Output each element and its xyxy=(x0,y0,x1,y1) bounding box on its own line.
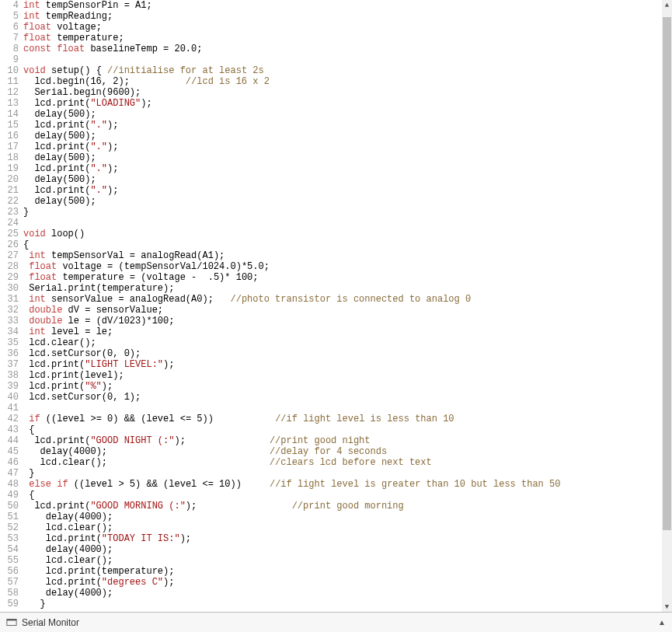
line-number: 52 xyxy=(0,522,19,533)
line-number: 40 xyxy=(0,392,19,403)
line-number: 58 xyxy=(0,588,19,599)
code-line[interactable]: lcd.print("GOOD NIGHT (:"); //print good… xyxy=(23,435,672,446)
line-number: 16 xyxy=(0,131,19,141)
line-number: 14 xyxy=(0,109,19,120)
code-line[interactable]: { xyxy=(23,239,672,250)
code-line[interactable]: { xyxy=(23,424,672,435)
code-line[interactable] xyxy=(23,218,672,229)
code-line[interactable]: delay(4000); //delay for 4 seconds xyxy=(23,446,672,457)
code-line[interactable]: lcd.print("."); xyxy=(23,141,672,152)
line-number: 43 xyxy=(0,424,19,435)
line-number: 23 xyxy=(0,207,19,218)
code-line[interactable]: float voltage = (tempSensorVal/1024.0)*5… xyxy=(23,261,672,272)
code-line[interactable] xyxy=(23,403,672,414)
code-line[interactable]: int tempSensorPin = A1; xyxy=(23,0,672,11)
scroll-down-icon[interactable]: ▼ xyxy=(662,602,672,612)
code-line[interactable]: delay(4000); xyxy=(23,512,672,522)
line-number: 8 xyxy=(0,44,19,54)
code-line[interactable]: lcd.clear(); xyxy=(23,337,672,348)
line-number: 5 xyxy=(0,11,19,22)
line-number: 56 xyxy=(0,566,19,577)
code-line[interactable]: lcd.begin(16, 2); //lcd is 16 x 2 xyxy=(23,76,672,87)
line-number: 32 xyxy=(0,305,19,316)
line-number: 57 xyxy=(0,577,19,588)
line-number: 13 xyxy=(0,98,19,109)
code-line[interactable]: lcd.print("TODAY IT IS:"); xyxy=(23,533,672,544)
line-number: 45 xyxy=(0,446,19,457)
code-line[interactable]: lcd.print("degrees C"); xyxy=(23,577,672,588)
code-editor[interactable]: 4567891011121314151617181920212223242526… xyxy=(0,0,672,612)
line-number: 36 xyxy=(0,348,19,359)
code-line[interactable]: lcd.print("LOADING"); xyxy=(23,98,672,109)
line-number: 55 xyxy=(0,555,19,566)
line-number: 50 xyxy=(0,501,19,512)
code-line[interactable]: lcd.print("%"); xyxy=(23,381,672,392)
code-line[interactable]: float voltage; xyxy=(23,22,672,33)
code-line[interactable]: delay(4000); xyxy=(23,544,672,555)
line-number: 4 xyxy=(0,0,19,11)
code-line[interactable]: int sensorValue = analogRead(A0); //phot… xyxy=(23,294,672,305)
line-number-gutter: 4567891011121314151617181920212223242526… xyxy=(0,0,23,612)
code-line[interactable]: lcd.print(temperature); xyxy=(23,566,672,577)
code-line[interactable]: { xyxy=(23,490,672,501)
line-number: 21 xyxy=(0,185,19,196)
code-line[interactable]: lcd.clear(); //clears lcd before next te… xyxy=(23,457,672,468)
line-number: 34 xyxy=(0,326,19,337)
code-line[interactable]: lcd.print(level); xyxy=(23,370,672,381)
vertical-scrollbar[interactable]: ▲ ▼ xyxy=(662,0,672,612)
line-number: 17 xyxy=(0,141,19,152)
code-line[interactable]: Serial.print(temperature); xyxy=(23,283,672,294)
code-line[interactable]: lcd.print("."); xyxy=(23,185,672,196)
code-line[interactable]: delay(4000); xyxy=(23,588,672,599)
code-line[interactable]: delay(500); xyxy=(23,152,672,163)
line-number: 49 xyxy=(0,490,19,501)
code-line[interactable]: float temperature; xyxy=(23,33,672,44)
code-line[interactable]: } xyxy=(23,599,672,609)
code-line[interactable]: void loop() xyxy=(23,229,672,239)
line-number: 20 xyxy=(0,174,19,185)
code-line[interactable]: delay(500); xyxy=(23,109,672,120)
line-number: 11 xyxy=(0,76,19,87)
panel-collapse-icon[interactable]: ▲ xyxy=(658,618,666,627)
code-line[interactable]: } xyxy=(23,468,672,479)
bottom-panel-bar[interactable]: Serial Monitor ▲ xyxy=(0,612,672,632)
code-line[interactable]: void setup() { //initialise for at least… xyxy=(23,65,672,76)
line-number: 12 xyxy=(0,87,19,98)
code-line[interactable]: lcd.print("GOOD MORNING (:"); //print go… xyxy=(23,501,672,512)
code-line[interactable]: double dV = sensorValue; xyxy=(23,305,672,316)
line-number: 9 xyxy=(0,54,19,65)
line-number: 54 xyxy=(0,544,19,555)
code-line[interactable]: if ((level >= 0) && (level <= 5)) //if l… xyxy=(23,414,672,424)
line-number: 51 xyxy=(0,512,19,522)
code-line[interactable]: delay(500); xyxy=(23,174,672,185)
line-number: 31 xyxy=(0,294,19,305)
code-line[interactable]: lcd.print("LIGHT LEVEL:"); xyxy=(23,359,672,370)
code-line[interactable]: lcd.print("."); xyxy=(23,120,672,131)
code-line[interactable]: lcd.setCursor(0, 0); xyxy=(23,348,672,359)
code-line[interactable]: delay(500); xyxy=(23,131,672,141)
code-line[interactable]: lcd.clear(); xyxy=(23,555,672,566)
code-line[interactable]: delay(500); xyxy=(23,196,672,207)
code-area[interactable]: int tempSensorPin = A1;int tempReading;f… xyxy=(23,0,672,612)
serial-monitor-icon xyxy=(6,617,17,628)
code-line[interactable]: lcd.print("."); xyxy=(23,163,672,174)
code-line[interactable]: } xyxy=(23,207,672,218)
line-number: 33 xyxy=(0,316,19,326)
serial-monitor-label[interactable]: Serial Monitor xyxy=(22,617,79,628)
code-line[interactable]: int level = le; xyxy=(23,326,672,337)
code-line[interactable]: int tempSensorVal = analogRead(A1); xyxy=(23,250,672,261)
code-line[interactable]: lcd.setCursor(0, 1); xyxy=(23,392,672,403)
code-line[interactable]: Serial.begin(9600); xyxy=(23,87,672,98)
code-line[interactable]: lcd.clear(); xyxy=(23,522,672,533)
code-line[interactable]: double le = (dV/1023)*100; xyxy=(23,316,672,326)
code-line[interactable]: else if ((level > 5) && (level <= 10)) /… xyxy=(23,479,672,490)
code-line[interactable]: int tempReading; xyxy=(23,11,672,22)
scroll-up-icon[interactable]: ▲ xyxy=(662,0,672,10)
line-number: 7 xyxy=(0,33,19,44)
scroll-thumb[interactable] xyxy=(663,17,671,530)
code-line[interactable]: const float baselineTemp = 20.0; xyxy=(23,44,672,54)
line-number: 27 xyxy=(0,250,19,261)
line-number: 30 xyxy=(0,283,19,294)
code-line[interactable] xyxy=(23,54,672,65)
code-line[interactable]: float temperature = (voltage - .5)* 100; xyxy=(23,272,672,283)
